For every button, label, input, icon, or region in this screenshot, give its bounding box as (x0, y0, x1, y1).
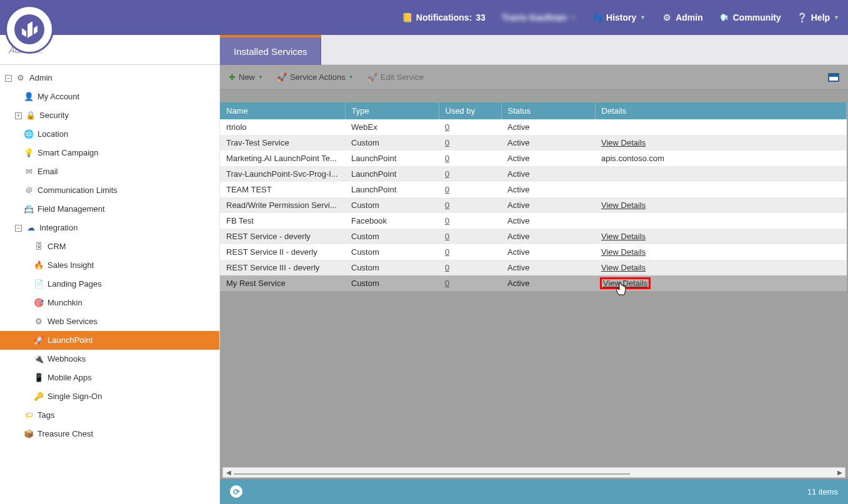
table-row[interactable]: Trav-LaunchPoint-Svc-Prog-I...LaunchPoin… (220, 166, 847, 182)
tree-node-sales-insight[interactable]: 🔥 Sales Insight (0, 256, 219, 275)
community-link[interactable]: 🗣 Community (719, 12, 781, 22)
tree-label: Web Services (47, 312, 97, 331)
col-status[interactable]: Status (501, 102, 595, 119)
cell-status: Active (501, 244, 595, 260)
cell-used-by: 0 (439, 166, 501, 182)
admin-link[interactable]: ⚙ Admin (662, 12, 703, 22)
cell-name: REST Service III - deverly (220, 260, 345, 275)
cell-name: Trav-LaunchPoint-Svc-Prog-I... (220, 166, 345, 182)
service-actions-label: Service Actions (290, 72, 346, 82)
table-row[interactable]: Read/Write Permission Servi...Custom0Act… (220, 197, 847, 213)
tree-node-launchpoint[interactable]: 🚀 LaunchPoint (0, 331, 219, 350)
cell-type: Custom (345, 260, 439, 275)
grid-area: Name Type Used by Status Details rtriolo… (220, 102, 848, 479)
used-by-link[interactable]: 0 (445, 232, 449, 241)
table-row[interactable]: REST Service III - deverlyCustom0ActiveV… (220, 260, 847, 275)
table-row[interactable]: My Rest ServiceCustom0ActiveView Details (220, 275, 847, 291)
used-by-link[interactable]: 0 (445, 154, 449, 163)
cell-used-by: 0 (439, 182, 501, 197)
tree-node-admin[interactable]: − ⚙ Admin (0, 69, 219, 87)
scroll-right-icon[interactable]: ▶ (834, 468, 845, 477)
app-logo[interactable] (5, 5, 54, 54)
gear-icon: ⚙ (662, 12, 672, 22)
cell-type: LaunchPoint (345, 151, 439, 166)
user-menu[interactable]: Travis Kaufman ▼ (502, 12, 576, 22)
top-bar: 📒 Notifications: 33 Travis Kaufman ▼ 👣 H… (0, 0, 848, 35)
used-by-link[interactable]: 0 (445, 169, 449, 179)
tree-node-tags[interactable]: 🏷 Tags (0, 406, 219, 425)
table-row[interactable]: REST Service - deverlyCustom0ActiveView … (220, 229, 847, 244)
mail-icon: ✉ (24, 167, 34, 177)
table-row[interactable]: Marketing.AI LaunchPoint Te...LaunchPoin… (220, 151, 847, 166)
notifications-link[interactable]: 📒 Notifications: 33 (402, 12, 486, 22)
service-actions-button[interactable]: 🚀 Service Actions ▼ (277, 72, 354, 82)
col-name[interactable]: Name (220, 102, 345, 119)
table-row[interactable]: Trav-Test ServiceCustom0ActiveView Detai… (220, 135, 847, 151)
tree-node-location[interactable]: 🌐 Location (0, 125, 219, 144)
refresh-button[interactable]: ⟳ (230, 485, 242, 498)
collapse-icon[interactable]: − (15, 225, 22, 232)
cell-type: LaunchPoint (345, 166, 439, 182)
used-by-link[interactable]: 0 (445, 200, 449, 210)
view-details-link[interactable]: View Details (601, 279, 649, 288)
used-by-link[interactable]: 0 (445, 122, 449, 132)
col-details[interactable]: Details (595, 102, 847, 119)
tree-node-email[interactable]: ✉ Email (0, 162, 219, 181)
window-mode-button[interactable] (828, 73, 839, 82)
view-details-link[interactable]: View Details (601, 232, 646, 241)
tree-node-landing-pages[interactable]: 📄 Landing Pages (0, 275, 219, 294)
tree-label: Mobile Apps (47, 368, 92, 387)
used-by-link[interactable]: 0 (445, 263, 449, 272)
used-by-link[interactable]: 0 (445, 279, 449, 288)
collapse-icon[interactable]: − (5, 75, 12, 82)
tree-node-single-sign-on[interactable]: 🔑 Single Sign-On (0, 387, 219, 406)
at-icon: ＠ (24, 185, 34, 195)
gears-icon: ⚙ (34, 317, 44, 327)
new-button[interactable]: ✚ New ▼ (229, 72, 263, 82)
tree-node-munchkin[interactable]: 🎯 Munchkin (0, 294, 219, 312)
tree-node-treasure-chest[interactable]: 📦 Treasure Chest (0, 425, 219, 443)
tree-node-security[interactable]: + 🔒 Security (0, 106, 219, 125)
col-type[interactable]: Type (345, 102, 439, 119)
table-row[interactable]: REST Service II - deverlyCustom0ActiveVi… (220, 244, 847, 260)
col-used-by[interactable]: Used by (439, 102, 501, 119)
view-details-link[interactable]: View Details (601, 247, 646, 257)
cell-name: Marketing.AI LaunchPoint Te... (220, 151, 345, 166)
view-details-link[interactable]: View Details (601, 263, 646, 272)
tree-node-integration[interactable]: − ☁ Integration (0, 219, 219, 237)
tree-node-field-management[interactable]: 📇 Field Management (0, 200, 219, 219)
notifications-count: 33 (476, 12, 486, 22)
used-by-link[interactable]: 0 (445, 247, 449, 257)
expand-icon[interactable]: + (15, 112, 22, 119)
tab-installed-services[interactable]: Installed Services (220, 35, 321, 66)
scroll-left-icon[interactable]: ◀ (223, 468, 234, 477)
tree-node-web-services[interactable]: ⚙ Web Services (0, 312, 219, 331)
help-menu[interactable]: ❔ Help ▼ (797, 12, 839, 22)
tree-node-smart-campaign[interactable]: 💡 Smart Campaign (0, 144, 219, 162)
tree-node-communication-limits[interactable]: ＠ Communication Limits (0, 181, 219, 200)
used-by-link[interactable]: 0 (445, 216, 449, 225)
horizontal-scrollbar[interactable]: ◀ ▶ (222, 467, 846, 478)
view-details-link[interactable]: View Details (601, 138, 646, 147)
plug-icon: 🔌 (34, 354, 44, 364)
tree-node-my-account[interactable]: 👤 My Account (0, 87, 219, 106)
scroll-thumb[interactable] (234, 473, 630, 475)
table-row[interactable]: FB TestFacebook0Active (220, 213, 847, 229)
edit-service-label: Edit Service (381, 72, 424, 82)
cell-details: View Details (595, 135, 847, 151)
cell-details: View Details (595, 260, 847, 275)
table-row[interactable]: rtrioloWebEx0Active (220, 119, 847, 135)
used-by-link[interactable]: 0 (445, 138, 449, 147)
cell-status: Active (501, 151, 595, 166)
history-menu[interactable]: 👣 History ▼ (592, 12, 646, 22)
table-header-row: Name Type Used by Status Details (220, 102, 847, 119)
tree-node-webhooks[interactable]: 🔌 Webhooks (0, 350, 219, 368)
view-details-link[interactable]: View Details (601, 200, 646, 210)
table-row[interactable]: TEAM TESTLaunchPoint0Active (220, 182, 847, 197)
tree-node-crm[interactable]: 🗄 CRM (0, 237, 219, 256)
marketo-logo-icon (14, 14, 44, 44)
tree-node-mobile-apps[interactable]: 📱 Mobile Apps (0, 368, 219, 387)
services-table: Name Type Used by Status Details rtriolo… (220, 102, 847, 291)
used-by-link[interactable]: 0 (445, 185, 449, 194)
tree-label: Admin (29, 69, 52, 87)
